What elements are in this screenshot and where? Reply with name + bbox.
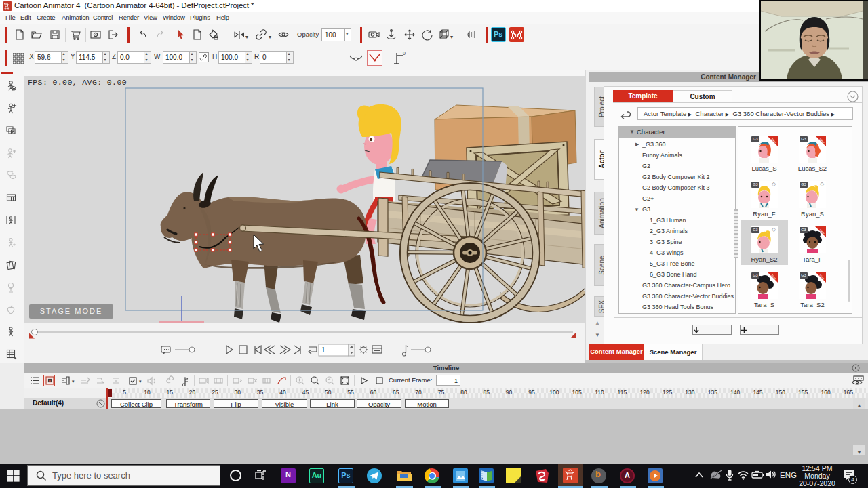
- svg-text:0: 0: [403, 51, 406, 56]
- svg-text:1: 1: [321, 346, 326, 354]
